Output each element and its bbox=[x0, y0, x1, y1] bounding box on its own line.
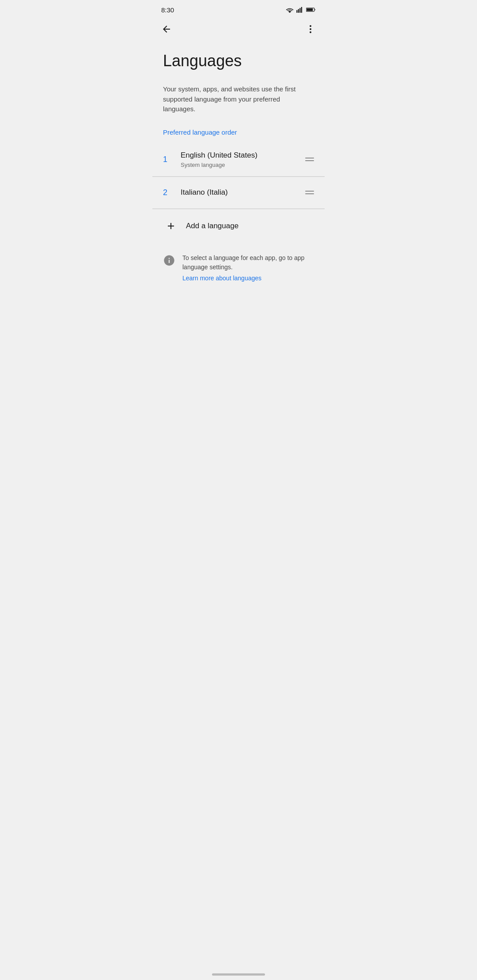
svg-rect-5 bbox=[307, 8, 313, 11]
status-icons bbox=[286, 7, 316, 13]
drag-handle-english[interactable] bbox=[302, 154, 318, 165]
language-info-italiano: Italiano (Italia) bbox=[179, 188, 302, 197]
svg-rect-1 bbox=[298, 9, 299, 13]
language-number-2: 2 bbox=[163, 188, 179, 197]
page-title-section: Languages bbox=[152, 41, 325, 75]
add-icon bbox=[163, 218, 179, 234]
drag-handle-italiano[interactable] bbox=[302, 187, 318, 198]
svg-point-7 bbox=[310, 28, 311, 30]
more-options-button[interactable] bbox=[302, 20, 319, 38]
info-icon bbox=[163, 254, 175, 267]
add-language-label: Add a language bbox=[186, 222, 238, 230]
svg-rect-2 bbox=[299, 8, 300, 13]
svg-point-6 bbox=[310, 25, 311, 27]
learn-more-link[interactable]: Learn more about languages bbox=[182, 275, 314, 282]
language-item-english[interactable]: 1 English (United States) System languag… bbox=[152, 143, 325, 177]
language-sublabel-english: System language bbox=[181, 162, 302, 168]
back-icon bbox=[161, 24, 172, 34]
wifi-icon bbox=[286, 7, 294, 13]
preferred-language-order-link[interactable]: Preferred language order bbox=[152, 125, 325, 143]
info-text: To select a language for each app, go to… bbox=[182, 254, 304, 271]
drag-handle-line bbox=[305, 193, 314, 194]
battery-icon bbox=[306, 7, 316, 12]
svg-point-8 bbox=[310, 31, 311, 33]
back-button[interactable] bbox=[158, 20, 175, 38]
drag-handle-line bbox=[305, 160, 314, 161]
toolbar bbox=[152, 18, 325, 41]
more-options-icon bbox=[305, 24, 316, 34]
info-section: To select a language for each app, go to… bbox=[152, 243, 325, 289]
language-number-1: 1 bbox=[163, 155, 179, 164]
status-time: 8:30 bbox=[161, 6, 174, 14]
language-list: 1 English (United States) System languag… bbox=[152, 143, 325, 243]
drag-handle-line bbox=[305, 158, 314, 158]
drag-handle-line bbox=[305, 191, 314, 192]
language-info-english: English (United States) System language bbox=[179, 151, 302, 168]
info-content: To select a language for each app, go to… bbox=[182, 253, 314, 282]
language-name-english: English (United States) bbox=[181, 151, 302, 160]
status-bar: 8:30 bbox=[152, 0, 325, 18]
language-item-italiano[interactable]: 2 Italiano (Italia) bbox=[152, 177, 325, 209]
language-name-italiano: Italiano (Italia) bbox=[181, 188, 302, 197]
svg-rect-3 bbox=[301, 7, 302, 13]
svg-rect-0 bbox=[296, 10, 297, 13]
page-subtitle: Your system, apps, and websites use the … bbox=[152, 84, 325, 125]
signal-icon bbox=[296, 7, 303, 13]
add-language-button[interactable]: Add a language bbox=[152, 209, 325, 243]
page-title: Languages bbox=[163, 51, 314, 70]
